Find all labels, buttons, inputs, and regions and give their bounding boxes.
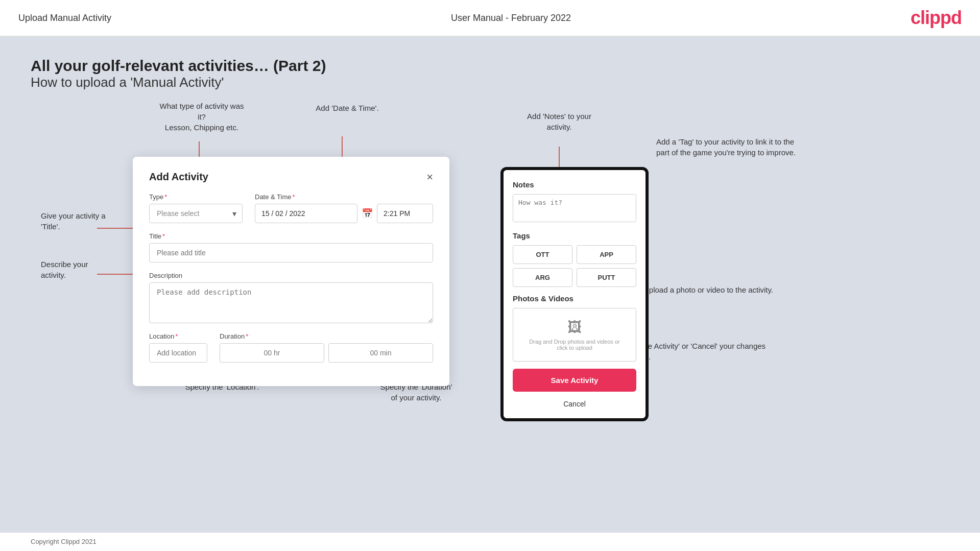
title-label: Title*: [149, 232, 433, 240]
calendar-icon: 📅: [362, 208, 373, 219]
description-label: Description: [149, 272, 433, 279]
app-container: Upload Manual Activity User Manual - Feb…: [0, 0, 980, 550]
location-form-group: Location*: [149, 332, 207, 363]
annotation-give-title: Give your activity a'Title'.: [41, 210, 120, 232]
form-row-type-datetime: Type* Please select Date & Time* 📅: [149, 193, 433, 223]
description-textarea[interactable]: [149, 282, 433, 323]
location-input[interactable]: [149, 343, 207, 363]
notes-section-label: Notes: [513, 180, 636, 189]
type-select[interactable]: Please select: [149, 204, 243, 223]
logo: clippd: [911, 7, 962, 29]
date-input[interactable]: [255, 204, 357, 223]
main-content: All your golf-relevant activities… (Part…: [0, 37, 980, 533]
title-input[interactable]: [149, 243, 433, 262]
duration-form-group: Duration*: [220, 332, 433, 363]
duration-min-input[interactable]: [328, 343, 433, 363]
photos-upload-text: Drag and Drop photos and videos or click…: [523, 339, 626, 351]
annotation-notes: Add 'Notes' to youractivity.: [508, 111, 610, 132]
title-form-group: Title*: [149, 232, 433, 262]
doc-subtitle: User Manual - February 2022: [451, 13, 571, 23]
form-row-title: Title*: [149, 232, 433, 262]
notes-textarea[interactable]: [513, 194, 636, 222]
tag-ott[interactable]: OTT: [513, 245, 572, 264]
annotation-activity-type: What type of activity was it? Lesson, Ch…: [156, 101, 248, 133]
page-title: Upload Manual Activity: [18, 13, 111, 23]
duration-group: [220, 343, 433, 363]
tag-arg[interactable]: ARG: [513, 268, 572, 287]
duration-label: Duration*: [220, 332, 433, 340]
phone-mockup: Notes Tags OTT APP ARG PUTT Photos & Vid…: [500, 167, 649, 421]
copyright-text: Copyright Clippd 2021: [31, 538, 97, 545]
save-activity-button[interactable]: Save Activity: [513, 369, 636, 392]
cancel-link[interactable]: Cancel: [513, 400, 636, 408]
tags-section-label: Tags: [513, 231, 636, 240]
annotation-tag: Add a 'Tag' to your activity to link it …: [656, 136, 799, 158]
type-form-group: Type* Please select: [149, 193, 243, 223]
description-form-group: Description: [149, 272, 433, 323]
date-time-group: 📅: [255, 204, 433, 223]
top-bar: Upload Manual Activity User Manual - Feb…: [0, 0, 980, 37]
upload-icon: 🖼: [523, 319, 626, 336]
tag-putt[interactable]: PUTT: [577, 268, 636, 287]
datetime-form-group: Date & Time* 📅: [255, 193, 433, 223]
heading-line2: How to upload a 'Manual Activity': [31, 75, 949, 90]
location-label: Location*: [149, 332, 207, 340]
photos-section-label: Photos & Videos: [513, 294, 636, 303]
tag-app[interactable]: APP: [577, 245, 636, 264]
footer: Copyright Clippd 2021: [0, 533, 980, 550]
modal-close-button[interactable]: ×: [426, 172, 433, 183]
diagram-area: What type of activity was it? Lesson, Ch…: [31, 95, 949, 412]
time-input[interactable]: [377, 204, 433, 223]
photos-upload-area[interactable]: 🖼 Drag and Drop photos and videos or cli…: [513, 308, 636, 362]
form-row-location-duration: Location* Duration*: [149, 332, 433, 363]
annotation-date-time: Add 'Date & Time'.: [306, 103, 388, 113]
annotation-describe: Describe youractivity.: [41, 259, 120, 280]
tags-grid: OTT APP ARG PUTT: [513, 245, 636, 287]
modal-title: Add Activity: [149, 171, 208, 183]
type-label: Type*: [149, 193, 243, 201]
annotation-upload: Upload a photo or video to the activity.: [643, 284, 776, 295]
form-row-description: Description: [149, 272, 433, 323]
type-select-wrapper[interactable]: Please select: [149, 204, 243, 223]
add-activity-modal: Add Activity × Type* Please select: [133, 157, 449, 386]
duration-hr-input[interactable]: [220, 343, 324, 363]
heading-line1: All your golf-relevant activities… (Part…: [31, 57, 949, 75]
phone-content: Notes Tags OTT APP ARG PUTT Photos & Vid…: [504, 170, 646, 418]
modal-header: Add Activity ×: [149, 171, 433, 183]
datetime-label: Date & Time*: [255, 193, 433, 201]
page-heading: All your golf-relevant activities… (Part…: [31, 57, 949, 90]
annotation-save-cancel: 'Save Activity' or 'Cancel' your changes…: [633, 341, 781, 362]
